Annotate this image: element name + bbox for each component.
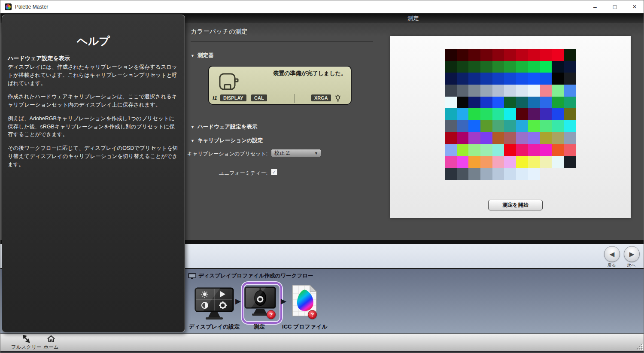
lcd-separator	[295, 94, 295, 103]
divider	[191, 41, 373, 41]
home-label: ホーム	[38, 344, 64, 350]
color-patch	[552, 49, 564, 61]
preset-value: 校正 2:	[274, 149, 290, 157]
workflow-arrow-icon: ▶	[281, 297, 286, 306]
preset-dropdown[interactable]: 校正 2: ▼	[271, 149, 321, 157]
color-patch	[540, 144, 552, 156]
color-patch	[468, 97, 480, 109]
color-patch	[528, 156, 540, 168]
patch-row	[445, 144, 576, 156]
color-patch	[468, 144, 480, 156]
next-button[interactable]: ▶	[624, 246, 640, 262]
color-patch	[564, 73, 576, 85]
color-patch	[552, 144, 564, 156]
color-patch	[528, 61, 540, 73]
color-patch	[540, 108, 552, 120]
close-icon: ×	[632, 3, 636, 11]
workflow-title: ディスプレイプロファイル作成のワークフロー	[198, 272, 313, 280]
section-device[interactable]: ▼ 測定器	[191, 52, 213, 59]
color-patch	[516, 168, 528, 180]
workflow-step-display-settings[interactable]	[194, 287, 234, 323]
color-patch	[457, 156, 469, 168]
patch-row	[445, 85, 576, 97]
color-patch	[516, 132, 528, 144]
color-patch	[468, 85, 480, 97]
help-panel: ヘルプ ハードウェア設定を表示 ディスプレイには、作成されたキャリブレーションを…	[2, 15, 185, 332]
back-button[interactable]: ◀	[604, 246, 620, 262]
title-bar: Palette Master – □ ×	[0, 0, 644, 14]
color-patch	[492, 144, 504, 156]
color-patch	[564, 120, 576, 132]
color-patch	[504, 61, 516, 73]
measure-panel-title: カラーパッチの測定	[191, 27, 248, 36]
color-patch	[504, 97, 516, 109]
help-question-badge[interactable]: ?	[308, 310, 317, 319]
color-patch	[445, 120, 457, 132]
patch-row	[445, 61, 576, 73]
color-patch	[564, 132, 576, 144]
color-patch	[457, 73, 469, 85]
color-patch	[504, 156, 516, 168]
color-patch	[492, 168, 504, 180]
maximize-button[interactable]: □	[605, 0, 625, 13]
workflow-step3-label: ICC プロファイル	[279, 323, 331, 331]
color-patch	[552, 156, 564, 168]
color-patch	[457, 120, 469, 132]
fullscreen-button[interactable]	[11, 335, 41, 344]
color-patch	[528, 108, 540, 120]
help-question-badge[interactable]: ?	[267, 310, 276, 319]
workflow-arrow-icon: ▶	[235, 297, 241, 306]
color-patch	[528, 85, 540, 97]
color-patch	[540, 120, 552, 132]
device-lcd-strip: i1 DISPLAY CAL XRGA	[209, 93, 351, 104]
color-patch	[468, 132, 480, 144]
home-icon	[47, 335, 55, 343]
uniformity-label: ユニフォーミティー:	[181, 170, 267, 177]
color-patch	[504, 73, 516, 85]
cal-badge: CAL	[251, 94, 267, 101]
color-patch	[540, 97, 552, 109]
close-button[interactable]: ×	[625, 0, 644, 13]
color-patch	[445, 85, 457, 97]
color-patch	[504, 132, 516, 144]
color-patch	[528, 73, 540, 85]
color-patch	[457, 61, 469, 73]
color-patch	[492, 156, 504, 168]
workflow-step2-label: 測定	[238, 323, 281, 331]
help-paragraph: ディスプレイには、作成されたキャリブレーションを保存するスロットが搭載されていま…	[8, 63, 179, 87]
color-patch	[516, 156, 528, 168]
color-patch	[528, 97, 540, 109]
section-hardware[interactable]: ▼ ハードウェア設定を表示	[191, 123, 257, 131]
maximize-icon: □	[613, 3, 617, 10]
uniformity-checkbox[interactable]: ✓	[271, 169, 277, 175]
color-patch	[457, 49, 469, 61]
help-title: ヘルプ	[2, 34, 185, 48]
patch-row	[445, 132, 576, 144]
color-patch	[445, 156, 457, 168]
color-patch	[552, 108, 564, 120]
back-label: 戻る	[604, 262, 619, 268]
color-patch	[457, 85, 469, 97]
color-patch	[564, 61, 576, 73]
color-patch	[468, 61, 480, 73]
minimize-icon: –	[593, 3, 597, 10]
section-hardware-label: ハードウェア設定を表示	[197, 123, 257, 131]
color-patch	[492, 73, 504, 85]
color-patch	[492, 132, 504, 144]
color-patch	[504, 168, 516, 180]
arrow-right-icon: ▶	[629, 250, 635, 258]
start-measurement-button[interactable]: 測定を開始	[488, 200, 543, 210]
color-patch	[504, 108, 516, 120]
color-patch	[445, 108, 457, 120]
color-patch	[468, 168, 480, 180]
dropdown-arrow-icon: ▼	[314, 151, 318, 155]
display-badge: DISPLAY	[220, 94, 246, 101]
minimize-button[interactable]: –	[585, 0, 605, 13]
color-patch	[540, 61, 552, 73]
resize-grip[interactable]	[636, 344, 643, 350]
section-calibration[interactable]: ▼ キャリブレーションの設定	[191, 137, 263, 144]
help-paragraph: 作成されたハードウェアキャリブレーションは、ここで選択されるキャリブレーションセ…	[8, 93, 179, 109]
home-button[interactable]	[45, 335, 58, 344]
display-settings-icon	[194, 287, 234, 321]
color-patch	[480, 108, 492, 120]
